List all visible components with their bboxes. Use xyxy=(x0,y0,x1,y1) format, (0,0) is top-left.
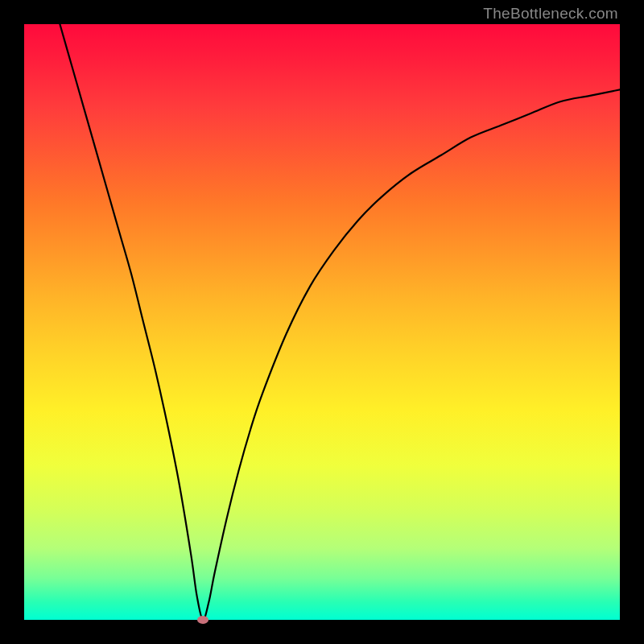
chart-frame: TheBottleneck.com xyxy=(0,0,644,644)
minimum-marker-icon xyxy=(197,616,208,624)
watermark-label: TheBottleneck.com xyxy=(483,5,618,23)
bottleneck-curve xyxy=(24,24,620,620)
plot-area xyxy=(24,24,620,620)
